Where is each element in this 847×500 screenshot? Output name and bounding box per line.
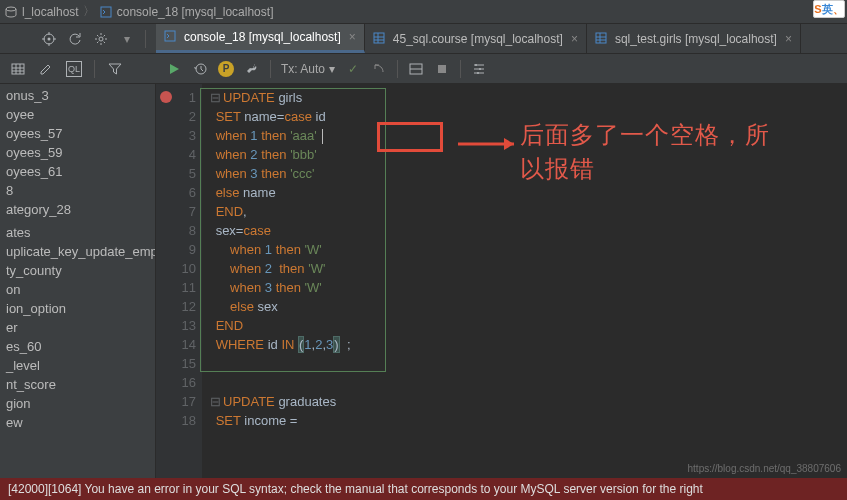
sidebar-item[interactable]: ates [0, 223, 155, 242]
tab-45-sql-course[interactable]: 45_sql.course [mysql_localhost] × [365, 24, 587, 53]
close-icon[interactable]: × [571, 32, 578, 46]
sidebar-item[interactable]: ew [0, 413, 155, 432]
line-number: 15 [156, 354, 196, 373]
code-line[interactable]: ⊟UPDATE girls [210, 88, 847, 107]
edit-icon[interactable] [38, 61, 54, 77]
line-number: 5 [156, 164, 196, 183]
tx-mode-select[interactable]: Tx: Auto ▾ [281, 62, 335, 76]
close-icon[interactable]: × [785, 32, 792, 46]
tab-console-18[interactable]: console_18 [mysql_localhost] × [156, 24, 365, 53]
code-line[interactable]: when 1 then 'W' [210, 240, 847, 259]
sidebar-item[interactable]: on [0, 280, 155, 299]
database-tree-sidebar[interactable]: onus_3oyeeoyees_57oyees_59oyees_618atego… [0, 84, 156, 478]
sidebar-item[interactable]: ty_county [0, 261, 155, 280]
ime-y: 英 [822, 2, 833, 17]
rollback-icon[interactable] [371, 61, 387, 77]
code-line[interactable]: when 3 then 'W' [210, 278, 847, 297]
code-line[interactable]: END, [210, 202, 847, 221]
sql-icon[interactable]: QL [66, 61, 82, 77]
tab-label: sql_test.girls [mysql_localhost] [615, 32, 777, 46]
chevron-down-icon: ▾ [329, 62, 335, 76]
layout-icon[interactable] [408, 61, 424, 77]
error-statusbar[interactable]: [42000][1064] You have an error in your … [0, 478, 847, 500]
line-number: 2 [156, 107, 196, 126]
sidebar-item[interactable]: 8 [0, 181, 155, 200]
table-icon[interactable] [10, 61, 26, 77]
sidebar-item[interactable]: oyees_57 [0, 124, 155, 143]
svg-rect-11 [438, 65, 446, 73]
code-line[interactable]: sex=case [210, 221, 847, 240]
sidebar-item[interactable]: nt_score [0, 375, 155, 394]
sidebar-item[interactable]: onus_3 [0, 86, 155, 105]
annotation-text: 后面多了一个空格，所 以报错 [520, 118, 770, 186]
run-icon[interactable] [166, 61, 182, 77]
svg-rect-5 [165, 31, 175, 41]
console-icon [99, 5, 113, 19]
sidebar-item[interactable]: oyees_59 [0, 143, 155, 162]
left-toolbar-2: QL [0, 54, 156, 83]
refresh-icon[interactable] [67, 31, 83, 47]
wrench-icon[interactable] [244, 61, 260, 77]
gear-icon[interactable] [93, 31, 109, 47]
ime-badge: S英、 [813, 0, 845, 18]
sidebar-item[interactable]: er [0, 318, 155, 337]
close-icon[interactable]: × [349, 30, 356, 44]
separator [460, 60, 461, 78]
code-line[interactable]: WHERE id IN (1,2,3) ; [210, 335, 847, 354]
watermark: https://blog.csdn.net/qq_38807606 [688, 463, 841, 474]
target-icon[interactable] [41, 31, 57, 47]
settings-list-icon[interactable] [471, 61, 487, 77]
table-icon [595, 32, 609, 46]
code-line[interactable]: when 2 then 'W' [210, 259, 847, 278]
filter-icon[interactable] [107, 61, 123, 77]
line-number: 9 [156, 240, 196, 259]
code-line[interactable]: SET income = [210, 411, 847, 430]
line-number: 11 [156, 278, 196, 297]
breadcrumb-item-2[interactable]: console_18 [mysql_localhost] [117, 5, 274, 19]
line-number: 3 [156, 126, 196, 145]
separator [94, 60, 95, 78]
line-gutter: 123456789101112131415161718 [156, 84, 202, 478]
tab-sql-test-girls[interactable]: sql_test.girls [mysql_localhost] × [587, 24, 801, 53]
sidebar-item[interactable]: es_60 [0, 337, 155, 356]
sidebar-item[interactable]: oyees_61 [0, 162, 155, 181]
sidebar-item[interactable]: uplicate_key_update_employ [0, 242, 155, 261]
code-line[interactable]: ⊟UPDATE graduates [210, 392, 847, 411]
code-line[interactable]: END [210, 316, 847, 335]
separator [397, 60, 398, 78]
ime-s: S [814, 3, 821, 15]
stop-icon[interactable] [434, 61, 450, 77]
error-icon [160, 91, 172, 103]
run-toolbar: P Tx: Auto ▾ ✓ [156, 54, 847, 83]
sidebar-item[interactable]: _level [0, 356, 155, 375]
breadcrumb-item-1[interactable]: l_localhost [22, 5, 79, 19]
sidebar-item[interactable]: gion [0, 394, 155, 413]
line-number: 8 [156, 221, 196, 240]
separator [145, 30, 146, 48]
sidebar-item[interactable]: ion_option [0, 299, 155, 318]
annotation-line-2: 以报错 [520, 152, 770, 186]
svg-point-3 [48, 37, 51, 40]
svg-rect-1 [101, 7, 111, 17]
line-number: 12 [156, 297, 196, 316]
history-icon[interactable] [192, 61, 208, 77]
line-number: 10 [156, 259, 196, 278]
line-number: 1 [156, 88, 196, 107]
commit-icon[interactable]: ✓ [345, 61, 361, 77]
code-line[interactable] [210, 354, 847, 373]
left-toolbar-1: ▾ [0, 24, 156, 53]
tx-label: Tx: Auto [281, 62, 325, 76]
svg-point-0 [6, 7, 16, 11]
tab-label: console_18 [mysql_localhost] [184, 30, 341, 44]
sidebar-item[interactable]: ategory_28 [0, 200, 155, 219]
code-line[interactable]: else sex [210, 297, 847, 316]
line-number: 14 [156, 335, 196, 354]
database-icon [4, 5, 18, 19]
chevron-down-icon[interactable]: ▾ [119, 31, 135, 47]
line-number: 4 [156, 145, 196, 164]
code-line[interactable] [210, 373, 847, 392]
line-number: 17 [156, 392, 196, 411]
sidebar-item[interactable]: oyee [0, 105, 155, 124]
p-badge[interactable]: P [218, 61, 234, 77]
line-number: 7 [156, 202, 196, 221]
